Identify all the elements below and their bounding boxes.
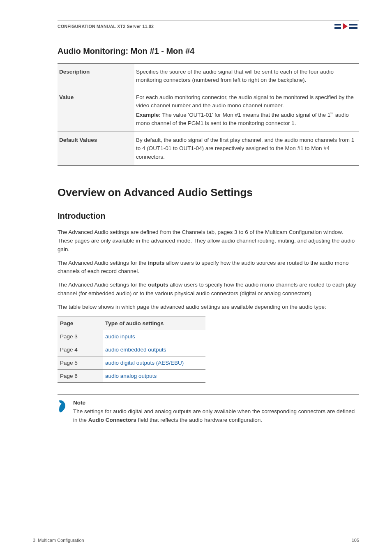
footer-left: 3. Multicam Configuration bbox=[33, 538, 84, 543]
pages-table-link[interactable]: audio embedded outputs bbox=[105, 347, 166, 353]
table-row: Page 5audio digital outputs (AES/EBU) bbox=[58, 356, 205, 370]
intro-p4: The table below shows in which page the … bbox=[58, 303, 359, 312]
note-body: The settings for audio digital and analo… bbox=[73, 408, 355, 423]
pages-table: Page Type of audio settings Page 3audio … bbox=[58, 317, 205, 383]
pages-table-type: audio digital outputs (AES/EBU) bbox=[103, 356, 205, 370]
pages-table-link[interactable]: audio digital outputs (AES/EBU) bbox=[105, 360, 184, 366]
table-row: Default ValuesBy default, the audio sign… bbox=[58, 132, 359, 166]
table-row: ValueFor each audio monitoring connector… bbox=[58, 89, 359, 132]
footer-page-number: 105 bbox=[352, 538, 359, 543]
pages-table-type: audio embedded outputs bbox=[103, 343, 205, 356]
svg-rect-0 bbox=[334, 24, 341, 25]
note-title: Note bbox=[73, 399, 359, 407]
evs-logo bbox=[334, 23, 359, 30]
note-block: Note The settings for audio digital and … bbox=[58, 394, 359, 429]
pages-table-header-type: Type of audio settings bbox=[103, 317, 205, 330]
svg-marker-2 bbox=[343, 23, 348, 30]
pages-table-header-page: Page bbox=[58, 317, 103, 330]
pages-table-type: audio analog outputs bbox=[103, 370, 205, 383]
intro-p2: The Advanced Audio settings for the inpu… bbox=[58, 259, 359, 276]
heading-overview: Overview on Advanced Audio Settings bbox=[58, 186, 359, 199]
spec-label: Description bbox=[58, 64, 134, 89]
heading-audio-monitoring: Audio Monitoring: Mon #1 - Mon #4 bbox=[58, 46, 359, 56]
pages-table-link[interactable]: audio inputs bbox=[105, 333, 135, 340]
table-row: Page 4audio embedded outputs bbox=[58, 343, 205, 356]
svg-rect-4 bbox=[349, 27, 357, 29]
page-header: CONFIGURATION MANUAL XT2 Server 11.02 bbox=[58, 23, 359, 30]
header-title: CONFIGURATION MANUAL XT2 Server 11.02 bbox=[58, 24, 154, 29]
pages-table-page: Page 5 bbox=[58, 356, 103, 370]
table-row: DescriptionSpecifies the source of the a… bbox=[58, 64, 359, 89]
pages-table-page: Page 3 bbox=[58, 330, 103, 343]
note-icon bbox=[58, 400, 67, 415]
intro-p3: The Advanced Audio settings for the outp… bbox=[58, 281, 359, 298]
intro-p1: The Advanced Audio settings are defined … bbox=[58, 228, 359, 254]
page-footer: 3. Multicam Configuration 105 bbox=[33, 538, 359, 543]
spec-value: Specifies the source of the audio signal… bbox=[134, 64, 359, 89]
spec-label: Default Values bbox=[58, 132, 134, 166]
pages-table-type: audio inputs bbox=[103, 330, 205, 343]
spec-value: By default, the audio signal of the firs… bbox=[134, 132, 359, 166]
pages-table-page: Page 6 bbox=[58, 370, 103, 383]
table-row: Page 6audio analog outputs bbox=[58, 370, 205, 383]
svg-rect-3 bbox=[349, 24, 357, 25]
svg-rect-1 bbox=[334, 27, 341, 29]
pages-table-link[interactable]: audio analog outputs bbox=[105, 373, 157, 379]
table-row: Page 3audio inputs bbox=[58, 330, 205, 343]
pages-table-page: Page 4 bbox=[58, 343, 103, 356]
spec-label: Value bbox=[58, 89, 134, 132]
spec-table: DescriptionSpecifies the source of the a… bbox=[58, 63, 359, 166]
heading-introduction: Introduction bbox=[58, 211, 359, 221]
spec-value: For each audio monitoring connector, the… bbox=[134, 89, 359, 132]
